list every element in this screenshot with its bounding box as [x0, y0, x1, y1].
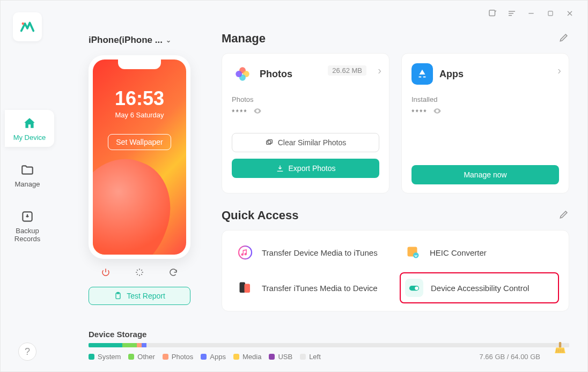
edit-icon[interactable]	[558, 209, 569, 222]
swatch	[269, 354, 275, 360]
storage-seg-photos	[137, 343, 142, 347]
svg-rect-17	[268, 140, 272, 144]
edit-icon[interactable]	[558, 32, 569, 45]
devices-icon	[236, 279, 254, 297]
legend-label: Other	[137, 353, 155, 361]
legend-left: Left	[300, 353, 321, 361]
chevron-right-icon[interactable]: ›	[378, 64, 381, 77]
quick-label: HEIC Converter	[430, 248, 487, 257]
card-value: ****	[232, 107, 379, 117]
manage-header: Manage	[222, 32, 569, 46]
swatch	[300, 354, 306, 360]
device-column: iPhone(iPhone ... ⌄ 16:53 May 6 Saturday…	[89, 32, 201, 305]
svg-rect-25	[559, 342, 562, 348]
storage-seg-other	[122, 343, 137, 347]
test-report-button[interactable]: Test Report	[89, 287, 190, 305]
legend-apps: Apps	[201, 353, 226, 361]
help-button[interactable]: ?	[18, 343, 36, 361]
chevron-right-icon[interactable]: ›	[557, 64, 561, 77]
quick-transfer-to-itunes[interactable]: Transfer Device Media to iTunes	[232, 238, 391, 267]
phone-time: 16:53	[93, 87, 186, 110]
legend-system: System	[89, 353, 121, 361]
storage-section: Device Storage SystemOtherPhotosAppsMedi…	[89, 330, 569, 361]
eye-icon[interactable]	[433, 107, 442, 117]
sidebar-item-manage[interactable]: Manage	[4, 157, 50, 194]
legend-label: System	[98, 353, 121, 361]
phone-actions	[89, 264, 190, 280]
sidebar: My Device Manage Backup Records ?	[1, 1, 54, 371]
phone-date: May 6 Saturday	[93, 111, 186, 119]
legend-usb: USB	[269, 353, 292, 361]
content-area: Manage Photos 26.62 MB › Photos **** Cle…	[222, 32, 569, 311]
section-title: Quick Access	[222, 209, 299, 222]
heic-icon	[404, 243, 422, 262]
sidebar-item-label: My Device	[13, 133, 46, 142]
legend-label: Media	[242, 353, 261, 361]
card-value: ****	[411, 107, 559, 117]
swatch	[89, 354, 94, 360]
sidebar-item-backup[interactable]: Backup Records	[4, 203, 50, 248]
test-report-label: Test Report	[127, 292, 165, 300]
quick-accessibility-control[interactable]: Device Accessibility Control	[400, 272, 559, 303]
button-label: Manage now	[464, 170, 506, 179]
layers-icon	[265, 138, 274, 147]
svg-point-24	[415, 286, 418, 290]
photos-count-masked: ****	[232, 108, 248, 116]
export-photos-button[interactable]: Export Photos	[232, 159, 379, 178]
quick-label: Transfer Device Media to iTunes	[262, 248, 378, 257]
swatch	[233, 354, 239, 360]
phone-preview: 16:53 May 6 Saturday Set Wallpaper	[89, 55, 190, 259]
manage-apps-button[interactable]: Manage now	[411, 165, 559, 184]
loading-icon[interactable]	[129, 264, 150, 280]
apps-count-masked: ****	[411, 108, 428, 116]
photos-size-badge: 26.62 MB	[328, 65, 366, 76]
section-title: Manage	[222, 32, 266, 46]
quick-grid: Transfer Device Media to iTunes HEIC Con…	[222, 230, 569, 311]
legend-label: Left	[309, 353, 321, 361]
phone-notch	[118, 59, 161, 69]
sidebar-item-label: Backup Records	[14, 227, 40, 243]
download-icon	[276, 164, 284, 173]
quick-label: Device Accessibility Control	[431, 284, 529, 293]
cleanup-icon[interactable]	[551, 339, 569, 358]
svg-point-8	[22, 23, 25, 25]
photos-app-icon	[232, 63, 253, 85]
storage-title: Device Storage	[89, 330, 569, 339]
svg-rect-22	[245, 284, 251, 293]
card-title: Photos	[260, 69, 292, 80]
backup-icon	[6, 210, 48, 224]
phone-screen: 16:53 May 6 Saturday Set Wallpaper	[93, 59, 186, 255]
quick-access-section: Quick Access Transfer Device Media to iT…	[222, 209, 569, 311]
svg-point-15	[236, 71, 242, 77]
sidebar-item-my-device[interactable]: My Device	[5, 110, 54, 147]
quick-label: Transfer iTunes Media to Device	[262, 284, 378, 293]
quick-heic-converter[interactable]: HEIC Converter	[400, 238, 559, 267]
storage-seg-left	[146, 343, 569, 347]
svg-rect-16	[266, 141, 270, 145]
clear-similar-button[interactable]: Clear Similar Photos	[232, 133, 379, 152]
card-sublabel: Installed	[411, 95, 559, 103]
svg-point-20	[413, 252, 419, 258]
home-icon	[7, 116, 52, 130]
set-wallpaper-button[interactable]: Set Wallpaper	[108, 134, 171, 150]
legend-label: Apps	[210, 353, 226, 361]
main-area: iPhone(iPhone ... ⌄ 16:53 May 6 Saturday…	[54, 1, 587, 371]
eye-icon[interactable]	[253, 107, 262, 117]
legend-photos: Photos	[163, 353, 193, 361]
toggle-icon	[405, 279, 423, 297]
storage-seg-system	[89, 343, 122, 347]
legend-media: Media	[233, 353, 261, 361]
device-selector[interactable]: iPhone(iPhone ... ⌄	[89, 32, 201, 49]
app-logo	[13, 12, 42, 41]
quick-header: Quick Access	[222, 209, 569, 222]
storage-bar	[89, 343, 569, 347]
card-title: Apps	[439, 69, 464, 80]
swatch	[128, 354, 134, 360]
refresh-icon[interactable]	[163, 264, 183, 280]
power-icon[interactable]	[95, 264, 116, 280]
appstore-icon	[411, 63, 433, 85]
legend-other: Other	[128, 353, 155, 361]
quick-transfer-to-device[interactable]: Transfer iTunes Media to Device	[232, 272, 391, 303]
wallpaper-shape	[93, 145, 185, 255]
apps-card: Apps › Installed **** Manage now	[401, 53, 569, 194]
